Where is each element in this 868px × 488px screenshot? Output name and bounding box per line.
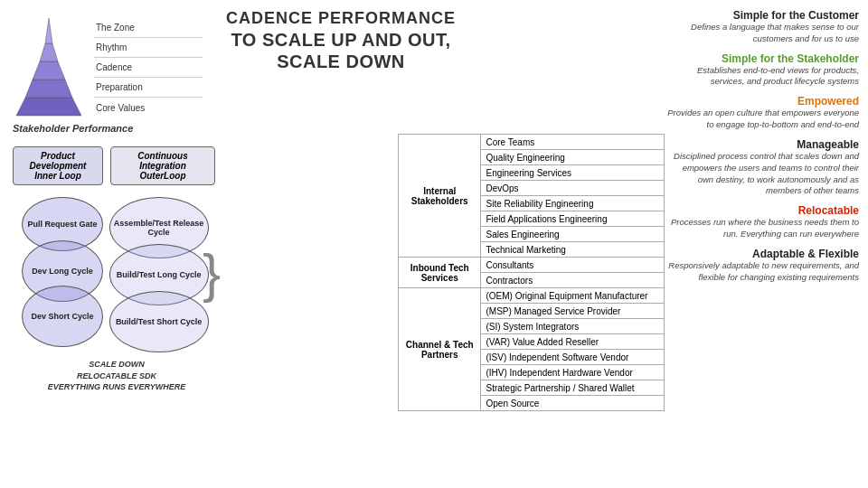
- build-test-short-circle: Build/Test Short Cycle: [109, 291, 209, 352]
- left-column: The Zone Rhythm Cadence Preparation Core…: [13, 9, 221, 393]
- section-relocatable: Relocatable Processes run where the busi…: [665, 204, 859, 240]
- center-title-area: CADENCE PERFORMANCE TO SCALE UP AND OUT,…: [224, 9, 458, 72]
- body-simple-stakeholder: Establishes end-to-end views for product…: [665, 65, 859, 89]
- stakeholder-table: InternalStakeholders Core Teams Quality …: [398, 134, 665, 411]
- svg-marker-4: [45, 18, 52, 43]
- item-var: (VAR) Value Added Reseller: [481, 334, 665, 350]
- title-adaptable: Adaptable & Flexible: [665, 248, 859, 260]
- svg-marker-2: [33, 61, 65, 80]
- svg-marker-1: [25, 80, 72, 98]
- title-relocatable: Relocatable: [665, 204, 859, 217]
- title-simple-customer: Simple for the Customer: [665, 9, 859, 22]
- table-row: Inbound TechServices Consultants: [399, 258, 665, 273]
- table-row: Channel & TechPartners (OEM) Original Eq…: [399, 288, 665, 304]
- body-relocatable: Processes run where the business needs t…: [665, 217, 859, 240]
- item-consultants: Consultants: [481, 258, 665, 273]
- section-simple-stakeholder: Simple for the Stakeholder Establishes e…: [665, 52, 859, 89]
- dev-short-cycle-circle: Dev Short Cycle: [22, 286, 103, 347]
- stakeholder-performance-title: Stakeholder Performance: [13, 123, 221, 134]
- body-manageable: Disciplined process control that scales …: [665, 151, 859, 197]
- item-msp: (MSP) Managed Service Provider: [481, 304, 665, 319]
- page: The Zone Rhythm Cadence Preparation Core…: [0, 0, 868, 488]
- group-internal-stakeholders: InternalStakeholders: [399, 135, 481, 258]
- item-isv: (ISV) Independent Software Vendor: [481, 350, 665, 365]
- svg-marker-0: [16, 98, 81, 116]
- item-site-reliability: Site Reliability Engineering: [481, 196, 665, 211]
- pyramid-label-zone: The Zone: [94, 18, 203, 38]
- item-devops: DevOps: [481, 181, 665, 196]
- scale-text: SCALE DOWN RELOCATABLE SDK EVERYTHING RU…: [13, 359, 221, 393]
- item-technical-marketing: Technical Marketing: [481, 242, 665, 258]
- pyramid-area: The Zone Rhythm Cadence Preparation Core…: [13, 9, 221, 117]
- sub-title: TO SCALE UP AND OUT, SCALE DOWN: [224, 29, 458, 72]
- item-core-teams: Core Teams: [481, 135, 665, 150]
- section-empowered: Empowered Provides an open culture that …: [665, 95, 859, 131]
- pyramid-label-cadence: Cadence: [94, 58, 203, 78]
- inner-circles: Pull Request Gate Dev Long Cycle Dev Sho…: [13, 197, 97, 351]
- loops-section: Product Development Inner Loop Continuou…: [13, 146, 221, 393]
- right-column: Simple for the Customer Defines a langua…: [665, 9, 859, 290]
- outer-circles: Assemble/Test Release Cycle Build/Test L…: [100, 197, 199, 351]
- body-adaptable: Responsively adaptable to new requiremen…: [665, 260, 859, 284]
- item-si: (SI) System Integrators: [481, 319, 665, 334]
- item-oem: (OEM) Original Equipment Manufacturer: [481, 288, 665, 304]
- table-row: InternalStakeholders Core Teams: [399, 135, 665, 150]
- section-adaptable: Adaptable & Flexible Responsively adapta…: [665, 248, 859, 284]
- svg-marker-3: [40, 43, 58, 61]
- item-field-applications: Field Applications Engineering: [481, 211, 665, 227]
- pyramid-icon: [13, 9, 85, 117]
- pyramid-label-preparation: Preparation: [94, 78, 203, 98]
- item-ihv: (IHV) Independent Hardware Vendor: [481, 365, 665, 380]
- main-title: CADENCE PERFORMANCE: [224, 9, 458, 29]
- section-manageable: Manageable Disciplined process control t…: [665, 138, 859, 197]
- group-channel-tech: Channel & TechPartners: [399, 288, 481, 411]
- body-simple-customer: Defines a language that makes sense to o…: [665, 22, 859, 45]
- item-sales-engineering: Sales Engineering: [481, 227, 665, 242]
- item-quality-engineering: Quality Engineering: [481, 150, 665, 165]
- group-inbound-tech: Inbound TechServices: [399, 258, 481, 288]
- pyramid-labels: The Zone Rhythm Cadence Preparation Core…: [94, 9, 203, 117]
- item-strategic-partnership: Strategic Partnership / Shared Wallet: [481, 380, 665, 396]
- item-contractors: Contractors: [481, 273, 665, 288]
- title-manageable: Manageable: [665, 138, 859, 151]
- section-simple-customer: Simple for the Customer Defines a langua…: [665, 9, 859, 45]
- pyramid-label-corevalues: Core Values: [94, 98, 203, 117]
- table-area: InternalStakeholders Core Teams Quality …: [398, 134, 665, 411]
- outer-loop-box: Continuous Integration OuterLoop: [110, 146, 215, 185]
- inner-loop-box: Product Development Inner Loop: [13, 146, 103, 185]
- title-empowered: Empowered: [665, 95, 859, 108]
- loop-boxes: Product Development Inner Loop Continuou…: [13, 146, 221, 185]
- body-empowered: Provides an open culture that empowers e…: [665, 108, 859, 131]
- title-simple-stakeholder: Simple for the Stakeholder: [665, 52, 859, 65]
- circles-area: Pull Request Gate Dev Long Cycle Dev Sho…: [13, 192, 221, 355]
- item-open-source: Open Source: [481, 396, 665, 411]
- item-engineering-services: Engineering Services: [481, 165, 665, 181]
- pyramid-label-rhythm: Rhythm: [94, 38, 203, 58]
